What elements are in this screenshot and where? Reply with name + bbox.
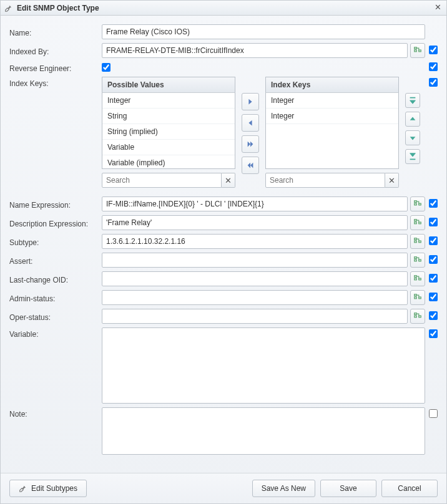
tree-icon	[413, 274, 422, 283]
assert-input[interactable]	[102, 253, 408, 268]
list-item[interactable]: String	[102, 109, 235, 124]
tree-icon	[413, 256, 422, 264]
label-name-expr: Name Expression:	[9, 198, 102, 210]
double-chevron-right-icon	[246, 140, 255, 148]
tree-icon	[413, 46, 422, 55]
remove-button[interactable]	[242, 114, 259, 132]
possible-values-search-clear-button[interactable]: ✕	[222, 173, 235, 188]
add-button[interactable]	[242, 93, 259, 110]
svg-rect-23	[415, 313, 417, 315]
svg-rect-0	[415, 47, 417, 49]
note-textarea[interactable]	[102, 407, 425, 455]
edit-subtypes-button[interactable]: Edit Subtypes	[9, 480, 87, 497]
admin-status-inherit-checkbox[interactable]	[429, 293, 438, 301]
svg-rect-8	[415, 220, 417, 221]
label-indexed-by: Indexed By:	[9, 45, 102, 56]
move-bottom-button[interactable]	[405, 149, 420, 164]
name-expression-inherit-checkbox[interactable]	[429, 199, 438, 208]
list-item[interactable]: Variable (implied)	[102, 155, 235, 169]
save-as-new-button[interactable]: Save As New	[252, 480, 315, 497]
subtype-browse-button[interactable]	[410, 234, 425, 249]
tree-icon	[413, 312, 422, 321]
cancel-button[interactable]: Cancel	[381, 480, 438, 497]
add-all-button[interactable]	[242, 135, 259, 153]
chevron-right-icon	[246, 97, 255, 106]
oper-status-input[interactable]	[102, 309, 408, 324]
svg-rect-18	[415, 278, 417, 280]
indexed-by-browse-button[interactable]	[410, 43, 425, 58]
tree-icon	[413, 200, 422, 208]
list-item[interactable]: Integer	[266, 109, 398, 124]
assert-inherit-checkbox[interactable]	[429, 255, 438, 264]
label-assert: Assert:	[9, 254, 102, 266]
dialog-edit-snmp-object-type: Edit SNMP Object Type ✕ Name: Indexed By…	[0, 0, 447, 504]
oper-status-inherit-checkbox[interactable]	[429, 311, 438, 320]
svg-rect-1	[415, 50, 417, 52]
subtype-inherit-checkbox[interactable]	[429, 236, 438, 245]
save-button[interactable]: Save	[320, 480, 376, 497]
tree-icon	[413, 237, 422, 246]
svg-rect-5	[415, 201, 417, 203]
svg-rect-15	[415, 259, 417, 261]
description-expression-browse-button[interactable]	[410, 215, 425, 230]
last-change-inherit-checkbox[interactable]	[429, 274, 438, 283]
admin-status-browse-button[interactable]	[410, 290, 425, 305]
variable-inherit-checkbox[interactable]	[429, 329, 438, 338]
svg-rect-12	[415, 241, 417, 243]
remove-all-button[interactable]	[242, 157, 259, 174]
svg-rect-6	[415, 203, 417, 205]
dialog-title: Edit SNMP Object Type	[17, 4, 99, 12]
label-variable: Variable:	[9, 327, 102, 339]
last-change-browse-button[interactable]	[410, 271, 425, 286]
svg-rect-11	[415, 238, 417, 240]
index-keys-search-input[interactable]	[265, 173, 385, 188]
description-expression-inherit-checkbox[interactable]	[429, 218, 438, 226]
move-down-button[interactable]	[405, 130, 420, 145]
admin-status-input[interactable]	[102, 290, 408, 305]
index-keys-listbox: Index Keys Integer Integer ✕	[265, 77, 399, 188]
assert-browse-button[interactable]	[410, 253, 425, 268]
oper-status-browse-button[interactable]	[410, 309, 425, 324]
list-item[interactable]: Variable	[102, 140, 235, 155]
arrow-up-icon	[408, 115, 417, 124]
wrench-icon	[19, 484, 27, 493]
arrow-bottom-icon	[408, 152, 417, 161]
variable-textarea[interactable]	[102, 327, 425, 404]
indexed-by-input[interactable]	[102, 43, 408, 58]
double-chevron-left-icon	[246, 161, 255, 170]
close-button[interactable]: ✕	[433, 3, 443, 13]
index-keys-inherit-checkbox[interactable]	[429, 78, 438, 87]
index-keys-search-clear-button[interactable]: ✕	[385, 173, 399, 188]
svg-rect-14	[415, 257, 417, 259]
list-item[interactable]: Integer	[102, 93, 235, 109]
note-inherit-checkbox[interactable]	[429, 409, 438, 418]
list-item[interactable]: Integer	[266, 93, 398, 109]
label-subtype: Subtype:	[9, 236, 102, 247]
label-name: Name:	[9, 26, 102, 37]
wrench-icon	[4, 4, 13, 12]
svg-rect-17	[415, 276, 417, 278]
move-top-button[interactable]	[405, 93, 420, 108]
description-expression-input[interactable]	[102, 215, 408, 230]
name-expression-input[interactable]	[102, 196, 408, 211]
reverse-engineer-inherit-checkbox[interactable]	[429, 62, 438, 71]
svg-rect-9	[415, 222, 417, 224]
name-input[interactable]	[102, 24, 425, 39]
possible-values-header: Possible Values	[102, 77, 235, 93]
index-keys-header: Index Keys	[265, 77, 399, 93]
svg-rect-20	[415, 294, 417, 296]
svg-rect-21	[415, 297, 417, 299]
last-change-input[interactable]	[102, 271, 408, 286]
label-index-keys: Index Keys:	[9, 77, 102, 88]
list-item[interactable]: String (implied)	[102, 124, 235, 140]
subtype-input[interactable]	[102, 234, 408, 249]
tree-icon	[413, 293, 422, 302]
label-oper-status: Oper-status:	[9, 311, 102, 322]
name-expression-browse-button[interactable]	[410, 196, 425, 211]
indexed-by-inherit-checkbox[interactable]	[429, 46, 438, 54]
label-reverse-engineer: Reverse Engineer:	[9, 62, 102, 73]
possible-values-search-input[interactable]	[102, 173, 222, 188]
move-up-button[interactable]	[405, 112, 420, 127]
label-admin-status: Admin-status:	[9, 292, 102, 303]
reverse-engineer-checkbox[interactable]	[102, 63, 111, 72]
